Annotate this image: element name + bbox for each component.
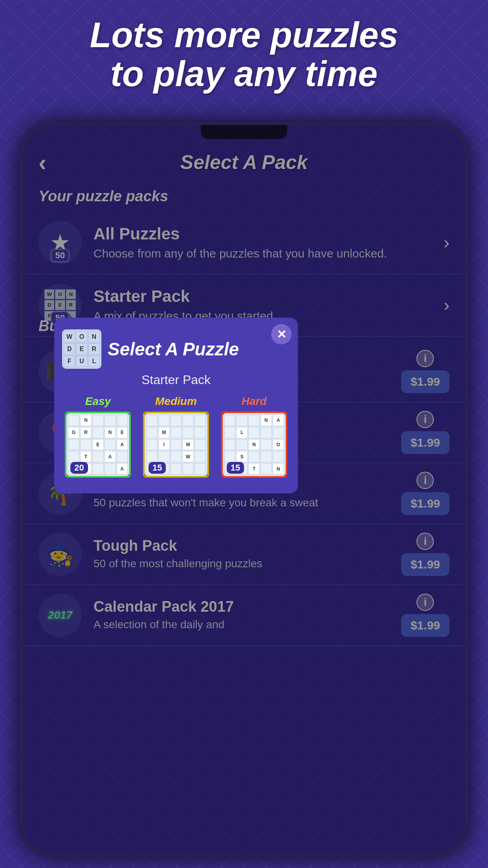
header-title-text: Lots more puzzles to play any time	[90, 15, 398, 94]
difficulty-row: Easy N G R N E	[54, 395, 298, 478]
grid-cell	[146, 439, 158, 451]
grid-cell	[80, 439, 92, 451]
grid-cell	[248, 451, 260, 462]
modal-pack-icon: W O N D E R F U L	[62, 329, 101, 369]
grid-cell	[194, 439, 206, 451]
grid-cell: L	[236, 427, 248, 438]
grid-cell	[261, 439, 272, 451]
modal-grid-cell: W	[64, 331, 75, 342]
grid-cell	[224, 451, 236, 462]
grid-cell	[261, 427, 272, 438]
grid-cell	[224, 439, 236, 451]
grid-cell	[236, 415, 248, 426]
easy-count: 20	[70, 462, 88, 474]
grid-cell	[171, 427, 182, 438]
grid-cell	[105, 415, 116, 426]
grid-cell: A	[273, 415, 284, 426]
grid-cell	[146, 415, 158, 426]
modal-grid-cell: F	[64, 356, 75, 367]
grid-cell	[224, 415, 236, 426]
modal-grid-cell: O	[76, 331, 87, 342]
grid-cell	[105, 439, 116, 451]
grid-cell	[273, 427, 284, 438]
medium-label: Medium	[155, 395, 197, 408]
grid-cell: S	[236, 451, 248, 462]
grid-cell: R	[80, 427, 92, 438]
easy-grid-button[interactable]: N G R N E E	[65, 412, 131, 478]
grid-cell	[68, 439, 79, 451]
modal-grid-icon: W O N D E R F U L	[62, 329, 101, 369]
grid-cell: N	[248, 439, 260, 451]
modal-subtitle: Starter Pack	[54, 373, 298, 387]
grid-cell: I	[158, 439, 170, 451]
medium-difficulty: Medium M	[143, 395, 209, 478]
grid-cell	[117, 451, 128, 462]
grid-cell	[194, 427, 206, 438]
hard-label: Hard	[242, 395, 267, 408]
grid-cell: N	[261, 415, 272, 426]
grid-cell: G	[68, 427, 79, 438]
grid-cell	[261, 463, 272, 474]
phone-frame: ‹ Select A Pack Your puzzle packs ★ 50 A…	[20, 122, 468, 857]
grid-cell	[158, 451, 170, 462]
grid-cell	[92, 451, 104, 462]
modal-grid-cell: U	[76, 356, 87, 367]
grid-cell: E	[92, 439, 104, 451]
grid-cell: M	[182, 439, 194, 451]
modal-grid-cell: N	[88, 331, 100, 342]
grid-cell: N	[80, 415, 92, 426]
grid-cell	[68, 415, 79, 426]
phone-screen: ‹ Select A Pack Your puzzle packs ★ 50 A…	[23, 125, 465, 854]
grid-cell	[92, 415, 104, 426]
hard-difficulty: Hard N A L	[221, 395, 287, 478]
grid-cell	[171, 415, 182, 426]
modal-grid-cell: L	[88, 356, 100, 367]
grid-cell	[248, 415, 260, 426]
grid-cell	[146, 451, 158, 462]
grid-cell	[236, 439, 248, 451]
grid-cell	[146, 427, 158, 438]
grid-cell	[182, 427, 194, 438]
medium-grid-button[interactable]: M I M W	[143, 412, 209, 478]
grid-cell	[158, 415, 170, 426]
grid-cell: A	[117, 463, 128, 474]
grid-cell	[171, 451, 182, 462]
hard-count: 15	[227, 462, 244, 474]
medium-count: 15	[149, 462, 166, 474]
grid-cell	[68, 451, 79, 462]
grid-cell: N	[105, 427, 116, 438]
easy-difficulty: Easy N G R N E	[65, 395, 131, 478]
grid-cell: W	[182, 451, 194, 462]
grid-cell	[171, 439, 182, 451]
grid-cell: T	[80, 451, 92, 462]
grid-cell	[248, 427, 260, 438]
grid-cell	[117, 415, 128, 426]
easy-label: Easy	[85, 395, 111, 408]
grid-cell: T	[248, 463, 260, 474]
modal-title: Select A Puzzle	[108, 338, 286, 360]
modal-close-button[interactable]: ✕	[271, 324, 292, 344]
grid-cell	[224, 427, 236, 438]
grid-cell	[194, 451, 206, 462]
select-puzzle-modal: W O N D E R F U L Select A Puzzle ✕ Star…	[54, 318, 298, 493]
grid-cell	[105, 463, 116, 474]
grid-cell	[194, 463, 206, 474]
grid-cell	[261, 451, 272, 462]
grid-cell: M	[158, 427, 170, 438]
modal-grid-cell: R	[88, 343, 100, 355]
header-title: Lots more puzzles to play any time	[0, 16, 488, 94]
grid-cell	[171, 463, 182, 474]
grid-cell: A	[105, 451, 116, 462]
grid-cell	[92, 427, 104, 438]
grid-cell	[92, 463, 104, 474]
hard-grid-button[interactable]: N A L N O	[221, 412, 287, 478]
grid-cell	[273, 451, 284, 462]
grid-cell	[182, 415, 194, 426]
modal-grid-cell: D	[64, 343, 75, 355]
modal-header: W O N D E R F U L Select A Puzzle ✕	[54, 318, 298, 373]
grid-cell	[182, 463, 194, 474]
modal-grid-cell: E	[76, 343, 87, 355]
grid-cell: O	[273, 439, 284, 451]
grid-cell: E	[117, 427, 128, 438]
grid-cell: N	[273, 463, 284, 474]
